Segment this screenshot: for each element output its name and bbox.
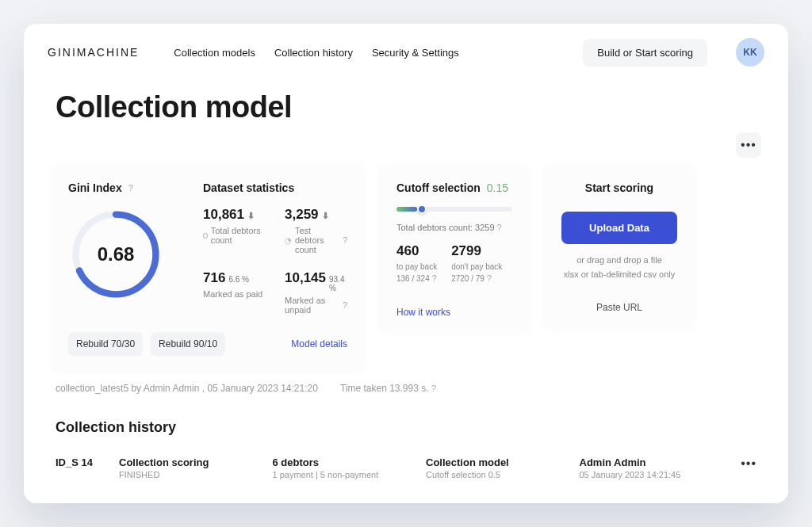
cutoff-slider[interactable] <box>396 207 512 212</box>
history-model-detail: Cutoff selection 0.5 <box>426 470 564 479</box>
model-meta-info: collection_latest5 by Admin Admin , 05 J… <box>56 383 318 394</box>
stat-marked-paid: 716 6.6 % Marked as paid <box>203 270 266 315</box>
cutoff-value: 0.15 <box>487 181 508 194</box>
dataset-statistics-title: Dataset statistics <box>203 181 347 194</box>
help-icon[interactable]: ? <box>431 384 436 393</box>
gini-help-icon[interactable]: ? <box>128 183 133 193</box>
stat-pct: 93.4 % <box>329 275 347 292</box>
stat-label: Marked as paid <box>203 289 266 299</box>
stat-marked-unpaid: 10,145 93.4 % Marked as unpaid ? <box>285 270 347 315</box>
download-icon[interactable]: ⬇ <box>247 211 255 221</box>
stat-value: 716 <box>203 270 225 286</box>
history-id: ID_S 14 <box>56 456 103 468</box>
rebuild-70-30-button[interactable]: Rebuild 70/30 <box>68 332 143 356</box>
stat-pct: 6.6 % <box>228 275 249 284</box>
dontpay-stat: 2799 don't pay back2720 / 79 ? <box>451 243 502 285</box>
history-scoring-status: FINISHED <box>119 470 257 479</box>
total-debtors-label: Total debtors count: 3259 <box>396 223 495 232</box>
stat-value: 10,861 <box>203 207 244 223</box>
time-taken: Time taken 13.993 s. <box>340 383 429 394</box>
help-icon[interactable]: ? <box>343 235 347 245</box>
history-row-more-button[interactable]: ••• <box>741 456 756 470</box>
stat-label: Marked as unpaid <box>285 296 339 315</box>
stat-label: Total debtors count <box>211 226 266 245</box>
help-icon[interactable]: ? <box>497 223 502 232</box>
help-icon[interactable]: ? <box>432 273 437 283</box>
paste-url-button[interactable]: Paste URL <box>596 302 642 313</box>
help-icon[interactable]: ? <box>487 273 492 283</box>
brand-logo: GINIMACHINE <box>48 46 139 59</box>
dontpay-label: don't pay back <box>451 262 502 271</box>
gini-ring-chart: 0.68 <box>68 207 163 302</box>
gini-index-title: Gini Index <box>68 181 122 194</box>
nav-collection-models[interactable]: Collection models <box>174 47 255 59</box>
clock-icon: ◔ <box>285 236 292 245</box>
history-debtors-count: 6 debtors <box>273 456 411 468</box>
model-details-link[interactable]: Model details <box>291 338 347 349</box>
cutoff-selection-card: Cutoff selection 0.15 Total debtors coun… <box>379 164 530 332</box>
download-icon[interactable]: ⬇ <box>322 211 329 221</box>
upload-data-button[interactable]: Upload Data <box>561 212 677 244</box>
history-timestamp: 05 January 2023 14:21:45 <box>580 470 718 479</box>
help-icon[interactable]: ? <box>343 300 347 310</box>
payback-count: 460 <box>396 243 437 259</box>
collection-history-title: Collection history <box>24 402 788 449</box>
nav-security-settings[interactable]: Security & Settings <box>372 47 459 59</box>
history-scoring-title: Collection scoring <box>119 456 257 468</box>
circle-icon <box>203 233 208 239</box>
drag-drop-hint: or drag and drop a file <box>576 255 662 265</box>
gini-dataset-card: Gini Index ? 0.68 Dataset statistics <box>51 164 365 370</box>
gini-value: 0.68 <box>68 207 163 302</box>
start-scoring-title: Start scoring <box>585 181 653 194</box>
nav-collection-history[interactable]: Collection history <box>274 47 353 59</box>
rebuild-90-10-button[interactable]: Rebuild 90/10 <box>151 332 225 356</box>
history-debtors-detail: 1 payment | 5 non-payment <box>273 470 411 479</box>
payback-detail: 136 / 324 <box>396 274 430 283</box>
history-row[interactable]: ID_S 14 Collection scoring FINISHED 6 de… <box>24 449 788 495</box>
stat-test-debtors: 3,259 ⬇ ◔Test debtors count? <box>285 207 347 254</box>
build-or-start-scoring-button[interactable]: Build or Start scoring <box>583 39 707 67</box>
how-it-works-link[interactable]: How it works <box>396 307 512 318</box>
cutoff-title: Cutoff selection <box>396 181 481 194</box>
slider-handle[interactable] <box>417 204 427 214</box>
history-model-title: Collection model <box>426 456 564 468</box>
page-title: Collection model <box>24 67 788 148</box>
stat-total-debtors: 10,861 ⬇ Total debtors count <box>203 207 266 254</box>
page-more-button[interactable]: ••• <box>736 132 761 158</box>
stat-label: Test debtors count <box>295 226 339 254</box>
dontpay-detail: 2720 / 79 <box>451 274 485 283</box>
stat-value: 3,259 <box>285 207 319 223</box>
stat-value: 10,145 <box>285 270 326 286</box>
history-user: Admin Admin <box>580 456 718 468</box>
format-hint: xlsx or tab-delimited csv only <box>564 269 676 279</box>
user-avatar[interactable]: KK <box>736 38 764 67</box>
payback-label: to pay back <box>396 262 437 271</box>
start-scoring-card: Start scoring Upload Data or drag and dr… <box>544 164 695 327</box>
dontpay-count: 2799 <box>451 243 502 259</box>
payback-stat: 460 to pay back136 / 324 ? <box>396 243 437 285</box>
